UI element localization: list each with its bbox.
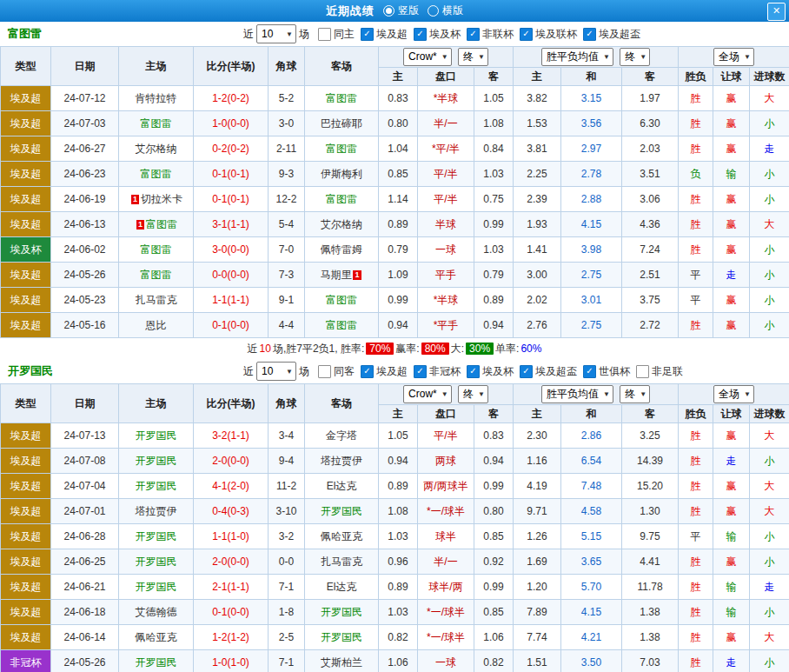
corners: 11-2: [269, 474, 305, 499]
away-team[interactable]: 开罗国民: [305, 600, 379, 625]
away-team[interactable]: 富图雷: [305, 136, 379, 162]
close-icon[interactable]: ✕: [767, 3, 786, 21]
away-team[interactable]: 塔拉贾伊: [305, 449, 379, 474]
odds-home: 0.94: [379, 449, 418, 474]
checkbox-icon[interactable]: [318, 28, 331, 41]
match-count-select[interactable]: 10▼: [256, 362, 296, 381]
home-team[interactable]: 开罗国民: [119, 575, 194, 600]
away-team[interactable]: 富图雷: [305, 86, 379, 111]
filter-checkbox-非联杯[interactable]: ✓非联杯: [467, 27, 514, 42]
away-team[interactable]: El达克: [305, 474, 379, 499]
home-team[interactable]: 开罗国民: [119, 449, 194, 474]
team-label: 富图雷: [141, 117, 172, 130]
checkbox-icon[interactable]: ✓: [414, 28, 427, 41]
avg-final-select[interactable]: 终▼: [620, 48, 650, 66]
filter-checkbox-世俱杯[interactable]: ✓世俱杯: [583, 364, 630, 379]
match-count-select[interactable]: 10▼: [256, 24, 296, 43]
home-team[interactable]: 开罗国民: [119, 650, 194, 672]
checkbox-icon[interactable]: ✓: [467, 28, 480, 41]
avg-select[interactable]: 胜平负均值▼: [541, 385, 613, 403]
odds-final-value: 终: [463, 50, 474, 64]
home-team[interactable]: 扎马雷克: [119, 288, 194, 313]
home-team[interactable]: 富图雷: [119, 162, 194, 187]
checkbox-icon[interactable]: ✓: [414, 365, 427, 378]
odds-handicap: 两/两球半: [418, 474, 474, 499]
home-team[interactable]: 肯特拉特: [119, 86, 194, 111]
checkbox-label: 同主: [334, 27, 355, 42]
fullmatch-select[interactable]: 全场▼: [713, 48, 754, 66]
away-team[interactable]: 艾尔格纳: [305, 212, 379, 237]
away-team[interactable]: 富图雷: [305, 288, 379, 313]
home-team[interactable]: 恩比: [119, 313, 194, 338]
checkbox-icon[interactable]: ✓: [583, 28, 596, 41]
checkbox-icon[interactable]: ✓: [583, 365, 596, 378]
filter-checkbox-非冠杯[interactable]: ✓非冠杯: [414, 364, 461, 379]
filter-checkbox-埃及杯[interactable]: ✓埃及杯: [414, 27, 461, 42]
away-team[interactable]: El达克: [305, 575, 379, 600]
home-team[interactable]: 富图雷: [119, 237, 194, 263]
away-team[interactable]: 金字塔: [305, 423, 379, 449]
checkbox-icon[interactable]: [318, 365, 331, 378]
away-team[interactable]: 艾斯柏兰: [305, 650, 379, 672]
avg-final-select[interactable]: 终▼: [620, 385, 650, 403]
filter-checkbox-埃及超盃[interactable]: ✓埃及超盃: [583, 27, 640, 42]
checkbox-icon[interactable]: ✓: [361, 28, 374, 41]
result-wdl: 胜: [679, 474, 713, 499]
filter-checkbox-同主[interactable]: 同主: [318, 27, 355, 42]
away-team[interactable]: 伊斯梅利: [305, 162, 379, 187]
home-team[interactable]: 1切拉米卡: [119, 187, 194, 212]
away-team[interactable]: 富图雷: [305, 313, 379, 338]
checkbox-icon[interactable]: ✓: [520, 28, 533, 41]
fullmatch-select[interactable]: 全场▼: [713, 385, 754, 403]
away-team[interactable]: 佩特雷姆: [305, 237, 379, 263]
filter-checkbox-埃及超[interactable]: ✓埃及超: [361, 27, 408, 42]
checkbox-icon[interactable]: ✓: [520, 365, 533, 378]
away-team[interactable]: 扎马雷克: [305, 549, 379, 575]
away-team[interactable]: 马期里1: [305, 263, 379, 288]
filter-checkbox-埃及超盃[interactable]: ✓埃及超盃: [520, 364, 577, 379]
home-team[interactable]: 开罗国民: [119, 423, 194, 449]
odds-away: 0.82: [474, 650, 514, 672]
odds-final-select[interactable]: 终▼: [458, 48, 488, 66]
radio-vertical-layout[interactable]: 竖版: [383, 3, 419, 18]
away-team[interactable]: 富图雷: [305, 187, 379, 212]
filter-checkbox-非足联[interactable]: 非足联: [636, 364, 683, 379]
avg-select[interactable]: 胜平负均值▼: [541, 48, 613, 66]
radio-selected-icon[interactable]: [383, 5, 394, 17]
checkbox-icon[interactable]: [636, 365, 649, 378]
odds-home: 1.06: [379, 650, 418, 672]
home-team[interactable]: 开罗国民: [119, 524, 194, 549]
radio-horizontal-layout[interactable]: 横版: [428, 3, 463, 18]
home-team[interactable]: 富图雷: [119, 111, 194, 136]
league-type-badge: 埃及超: [1, 524, 51, 549]
filter-checkbox-埃及杯[interactable]: ✓埃及杯: [467, 364, 514, 379]
home-team[interactable]: 佩哈亚克: [119, 625, 194, 650]
checkbox-icon[interactable]: ✓: [361, 365, 374, 378]
away-team[interactable]: 巴拉碲耶: [305, 111, 379, 136]
avg-home: 1.69: [514, 549, 561, 575]
home-team[interactable]: 开罗国民: [119, 474, 194, 499]
team-label: 富图雷: [146, 218, 177, 230]
odds-final-select[interactable]: 终▼: [458, 385, 488, 403]
bookmaker-select[interactable]: Crow*▼: [403, 48, 452, 66]
home-team[interactable]: 1富图雷: [119, 212, 194, 237]
checkbox-icon[interactable]: ✓: [467, 365, 480, 378]
avg-home: 1.16: [514, 449, 561, 474]
filter-checkbox-同客[interactable]: 同客: [318, 364, 355, 379]
filter-checkbox-埃及超[interactable]: ✓埃及超: [361, 364, 408, 379]
away-team[interactable]: 开罗国民: [305, 625, 379, 650]
home-team[interactable]: 富图雷: [119, 263, 194, 288]
away-team[interactable]: 开罗国民: [305, 499, 379, 524]
corners: 7-0: [269, 237, 305, 263]
avg-home: 1.41: [514, 237, 561, 263]
result-wdl: 胜: [679, 86, 713, 111]
home-team[interactable]: 艾尔格纳: [119, 136, 194, 162]
home-team[interactable]: 艾德翰德: [119, 600, 194, 625]
team-label: El达克: [327, 480, 357, 492]
filter-checkbox-埃及联杯[interactable]: ✓埃及联杯: [520, 27, 577, 42]
home-team[interactable]: 开罗国民: [119, 549, 194, 575]
home-team[interactable]: 塔拉贾伊: [119, 499, 194, 524]
radio-unselected-icon[interactable]: [428, 5, 439, 17]
bookmaker-select[interactable]: Crow*▼: [403, 385, 452, 403]
away-team[interactable]: 佩哈亚克: [305, 524, 379, 549]
